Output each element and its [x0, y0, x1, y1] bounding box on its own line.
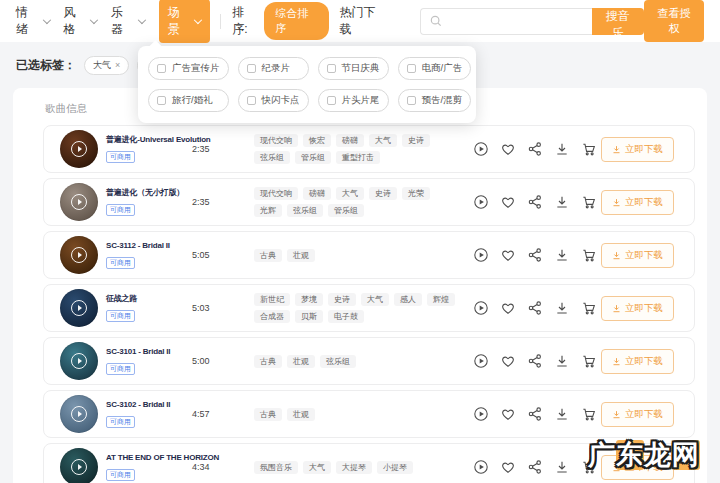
scene-option[interactable]: 旅行/婚礼 [148, 89, 229, 112]
cart-icon[interactable] [581, 353, 597, 369]
sort-comprehensive-pill[interactable]: 综合排序 [264, 2, 328, 40]
share-icon[interactable] [527, 406, 543, 422]
album-art-thumbnail[interactable] [60, 289, 98, 327]
play-icon[interactable] [473, 194, 489, 210]
scene-option[interactable]: 快闪卡点 [238, 89, 309, 112]
share-icon[interactable] [527, 141, 543, 157]
nav-style[interactable]: 风格 [64, 4, 98, 38]
tag-pill[interactable]: 古典 [254, 355, 282, 368]
tag-pill[interactable]: 重型打击 [336, 151, 380, 164]
song-title[interactable]: 征战之路 [106, 294, 192, 304]
play-icon[interactable] [473, 300, 489, 316]
scene-option[interactable]: 预告/混剪 [398, 89, 472, 112]
view-license-button[interactable]: 查看授权 [644, 0, 704, 42]
scene-option[interactable]: 广告宣传片 [148, 57, 229, 80]
nav-scene-active[interactable]: 场景 [159, 0, 211, 43]
tag-pill[interactable]: 史诗 [328, 293, 356, 306]
album-art-thumbnail[interactable] [60, 342, 98, 380]
tag-pill[interactable]: 大气 [369, 134, 397, 147]
download-now-button[interactable]: 立即下载 [601, 296, 674, 321]
tag-pill[interactable]: 管乐组 [328, 204, 364, 217]
tag-pill[interactable]: 现代交响 [254, 187, 298, 200]
favorite-icon[interactable] [500, 459, 516, 475]
album-art-thumbnail[interactable] [60, 183, 98, 221]
tag-pill[interactable]: 弦乐组 [287, 204, 323, 217]
tag-pill[interactable]: 史诗 [369, 187, 397, 200]
download-icon[interactable] [554, 459, 570, 475]
search-input[interactable] [420, 8, 592, 35]
download-now-button[interactable]: 立即下载 [601, 190, 674, 215]
favorite-icon[interactable] [500, 247, 516, 263]
scene-option[interactable]: 电商/广告 [398, 57, 472, 80]
checkbox[interactable] [407, 64, 416, 73]
tag-pill[interactable]: 贝斯 [295, 310, 323, 323]
checkbox[interactable] [327, 96, 336, 105]
tag-pill[interactable]: 氛围音乐 [254, 461, 298, 474]
download-icon[interactable] [554, 300, 570, 316]
tag-pill[interactable]: 壮观 [287, 355, 315, 368]
tag-pill[interactable]: 管乐组 [295, 151, 331, 164]
cart-icon[interactable] [581, 194, 597, 210]
tag-pill[interactable]: 感人 [394, 293, 422, 306]
play-icon[interactable] [473, 406, 489, 422]
download-now-button[interactable]: 立即下载 [601, 243, 674, 268]
remove-tag-icon[interactable]: × [115, 60, 120, 70]
scene-option[interactable]: 片头片尾 [318, 89, 389, 112]
sort-hot-downloads[interactable]: 热门下载 [340, 4, 386, 38]
tag-pill[interactable]: 古典 [254, 408, 282, 421]
checkbox[interactable] [247, 64, 256, 73]
tag-pill[interactable]: 古典 [254, 249, 282, 262]
tag-pill[interactable]: 光辉 [254, 204, 282, 217]
selected-tag-daqi[interactable]: 大气 × [84, 56, 129, 75]
checkbox[interactable] [157, 64, 166, 73]
tag-pill[interactable]: 壮观 [287, 249, 315, 262]
checkbox[interactable] [157, 96, 166, 105]
download-icon[interactable] [554, 141, 570, 157]
tag-pill[interactable]: 新世纪 [254, 293, 290, 306]
tag-pill[interactable]: 梦境 [295, 293, 323, 306]
checkbox[interactable] [327, 64, 336, 73]
tag-pill[interactable]: 弦乐组 [254, 151, 290, 164]
song-title[interactable]: 普遍进化-Universal Evolution [106, 135, 192, 145]
song-title[interactable]: SC-3101 - Bridal II [106, 347, 192, 357]
tag-pill[interactable]: 弦乐组 [320, 355, 356, 368]
tag-pill[interactable]: 大气 [336, 187, 364, 200]
play-icon[interactable] [473, 247, 489, 263]
favorite-icon[interactable] [500, 141, 516, 157]
song-title[interactable]: SC-3112 - Bridal II [106, 241, 192, 251]
song-title[interactable]: 普遍进化（无小打版） [106, 188, 192, 198]
tag-pill[interactable]: 辉煌 [427, 293, 455, 306]
tag-pill[interactable]: 壮观 [287, 408, 315, 421]
tag-pill[interactable]: 大气 [303, 461, 331, 474]
album-art-thumbnail[interactable] [60, 130, 98, 168]
favorite-icon[interactable] [500, 300, 516, 316]
favorite-icon[interactable] [500, 406, 516, 422]
tag-pill[interactable]: 现代交响 [254, 134, 298, 147]
checkbox[interactable] [407, 96, 416, 105]
tag-pill[interactable]: 恢宏 [303, 134, 331, 147]
play-icon[interactable] [473, 141, 489, 157]
download-now-button[interactable]: 立即下载 [601, 137, 674, 162]
share-icon[interactable] [527, 300, 543, 316]
tag-pill[interactable]: 磅礴 [336, 134, 364, 147]
tag-pill[interactable]: 磅礴 [303, 187, 331, 200]
tag-pill[interactable]: 电子鼓 [328, 310, 364, 323]
favorite-icon[interactable] [500, 194, 516, 210]
nav-mood[interactable]: 情绪 [16, 4, 50, 38]
tag-pill[interactable]: 大提琴 [336, 461, 372, 474]
song-title[interactable]: SC-3102 - Bridal II [106, 400, 192, 410]
download-now-button[interactable]: 立即下载 [601, 349, 674, 374]
album-art-thumbnail[interactable] [60, 395, 98, 433]
album-art-thumbnail[interactable] [60, 448, 98, 483]
album-art-thumbnail[interactable] [60, 236, 98, 274]
download-icon[interactable] [554, 247, 570, 263]
share-icon[interactable] [527, 194, 543, 210]
cart-icon[interactable] [581, 141, 597, 157]
tag-pill[interactable]: 合成器 [254, 310, 290, 323]
share-icon[interactable] [527, 459, 543, 475]
share-icon[interactable] [527, 353, 543, 369]
tag-pill[interactable]: 光荣 [402, 187, 430, 200]
play-icon[interactable] [473, 353, 489, 369]
cart-icon[interactable] [581, 247, 597, 263]
tag-pill[interactable]: 史诗 [402, 134, 430, 147]
